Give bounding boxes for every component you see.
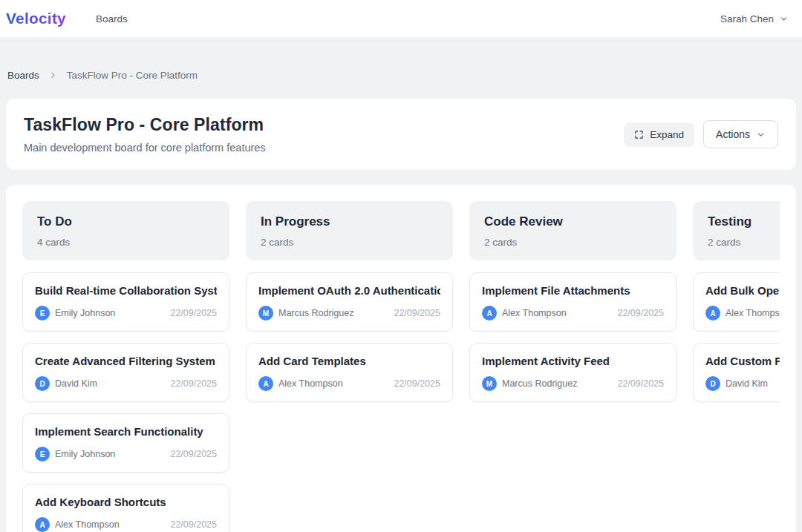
avatar: A <box>258 376 273 391</box>
nav-links: Boards <box>96 13 128 24</box>
actions-button[interactable]: Actions <box>703 120 778 148</box>
due-date: 22/09/2025 <box>170 519 217 530</box>
due-date: 22/09/2025 <box>170 308 217 318</box>
card-meta: E Emily Johnson 22/09/2025 <box>35 306 217 321</box>
task-card[interactable]: Add Bulk Operations A Alex Thompson 22/0… <box>693 272 780 332</box>
task-card[interactable]: Implement Search Functionality E Emily J… <box>22 413 229 473</box>
card-title: Implement Activity Feed <box>482 355 664 367</box>
due-date: 22/09/2025 <box>170 378 217 389</box>
top-nav: Velocity Boards Sarah Chen <box>0 0 802 37</box>
breadcrumb-current: TaskFlow Pro - Core Platform <box>67 70 198 81</box>
task-card[interactable]: Implement Activity Feed M Marcus Rodrigu… <box>469 343 677 402</box>
nav-link-boards[interactable]: Boards <box>96 13 128 24</box>
card-title: Create Advanced Filtering System <box>35 355 217 367</box>
task-card[interactable]: Add Keyboard Shortcuts A Alex Thompson 2… <box>22 484 229 532</box>
assignee: A Alex Thompson <box>35 517 120 532</box>
avatar: A <box>482 306 497 321</box>
column-title: In Progress <box>261 214 438 229</box>
column-count: 2 cards <box>261 237 438 248</box>
avatar: A <box>705 306 720 321</box>
due-date: 22/09/2025 <box>394 308 440 318</box>
assignee: E Emily Johnson <box>35 447 115 462</box>
app-logo[interactable]: Velocity <box>6 10 66 27</box>
card-title: Implement Search Functionality <box>35 425 217 438</box>
avatar: M <box>482 376 497 391</box>
column-count: 2 cards <box>484 237 662 248</box>
avatar: D <box>35 376 50 391</box>
column-header: Testing 2 cards <box>693 201 780 260</box>
assignee-name: Alex Thompson <box>278 378 343 389</box>
task-card[interactable]: Build Real-time Collaboration System E E… <box>22 272 229 332</box>
column-header: Code Review 2 cards <box>469 201 677 260</box>
assignee: E Emily Johnson <box>35 306 115 321</box>
kanban-column: Code Review 2 cards Implement File Attac… <box>469 201 677 532</box>
assignee: A Alex Thompson <box>482 306 567 321</box>
page-subtitle: Main development board for core platform… <box>24 142 266 154</box>
assignee-name: Alex Thompson <box>502 308 567 318</box>
board-header-panel: TaskFlow Pro - Core Platform Main develo… <box>6 99 796 170</box>
assignee-name: David Kim <box>55 378 97 389</box>
assignee: D David Kim <box>35 376 97 391</box>
card-title: Implement OAuth 2.0 Authentication <box>258 284 440 297</box>
actions-label: Actions <box>716 128 750 140</box>
kanban-column: Testing 2 cards Add Bulk Operations A Al… <box>693 201 780 532</box>
card-meta: A Alex Thompson 22/09/2025 <box>482 306 664 321</box>
expand-icon <box>634 130 644 139</box>
avatar: E <box>35 306 50 321</box>
card-title: Add Custom Fields <box>705 355 780 367</box>
card-meta: E Emily Johnson 22/09/2025 <box>35 447 217 462</box>
column-header: To Do 4 cards <box>22 201 229 260</box>
avatar: M <box>258 306 273 321</box>
card-title: Build Real-time Collaboration System <box>35 284 217 297</box>
due-date: 22/09/2025 <box>394 378 440 389</box>
avatar: D <box>705 376 720 391</box>
breadcrumb-boards[interactable]: Boards <box>7 70 39 81</box>
board-header-text: TaskFlow Pro - Core Platform Main develo… <box>24 115 266 154</box>
card-meta: D David Kim 22/09/2025 <box>705 376 780 391</box>
page-body: Boards TaskFlow Pro - Core Platform Task… <box>0 70 802 532</box>
task-card[interactable]: Implement File Attachments A Alex Thomps… <box>469 272 677 332</box>
card-meta: D David Kim 22/09/2025 <box>35 376 217 391</box>
avatar: A <box>35 517 50 532</box>
column-header: In Progress 2 cards <box>246 201 453 260</box>
header-actions: Expand Actions <box>624 120 778 148</box>
kanban-columns: To Do 4 cards Build Real-time Collaborat… <box>22 201 780 532</box>
avatar: E <box>35 447 50 462</box>
user-name: Sarah Chen <box>720 13 774 24</box>
assignee: A Alex Thompson <box>705 306 780 321</box>
card-title: Add Bulk Operations <box>705 284 780 297</box>
card-meta: A Alex Thompson 22/09/2025 <box>705 306 780 321</box>
task-card[interactable]: Create Advanced Filtering System D David… <box>22 343 229 402</box>
task-card[interactable]: Add Card Templates A Alex Thompson 22/09… <box>246 343 453 402</box>
chevron-right-icon <box>48 70 58 80</box>
column-title: Code Review <box>484 214 662 229</box>
assignee-name: Marcus Rodriguez <box>278 308 353 318</box>
breadcrumb: Boards TaskFlow Pro - Core Platform <box>7 70 796 81</box>
user-menu[interactable]: Sarah Chen <box>720 13 789 24</box>
columns-scroll-area[interactable]: To Do 4 cards Build Real-time Collaborat… <box>22 201 780 532</box>
page-title: TaskFlow Pro - Core Platform <box>24 115 266 135</box>
card-list: Build Real-time Collaboration System E E… <box>22 272 229 532</box>
card-meta: A Alex Thompson 22/09/2025 <box>35 517 217 532</box>
task-card[interactable]: Implement OAuth 2.0 Authentication M Mar… <box>246 272 453 332</box>
expand-button[interactable]: Expand <box>624 122 694 147</box>
assignee: D David Kim <box>705 376 768 391</box>
column-count: 2 cards <box>708 237 780 248</box>
assignee: M Marcus Rodriguez <box>482 376 577 391</box>
assignee-name: Alex Thompson <box>726 308 780 318</box>
card-meta: M Marcus Rodriguez 22/09/2025 <box>482 376 664 391</box>
chevron-down-icon <box>756 130 766 139</box>
card-title: Implement File Attachments <box>482 284 664 297</box>
assignee-name: David Kim <box>726 378 768 389</box>
expand-label: Expand <box>650 129 684 140</box>
assignee-name: Marcus Rodriguez <box>502 378 577 389</box>
column-title: To Do <box>37 214 215 229</box>
due-date: 22/09/2025 <box>170 449 217 459</box>
card-list: Implement File Attachments A Alex Thomps… <box>469 272 677 402</box>
assignee: M Marcus Rodriguez <box>258 306 353 321</box>
task-card[interactable]: Add Custom Fields D David Kim 22/09/2025 <box>693 343 780 402</box>
assignee-name: Alex Thompson <box>55 519 120 530</box>
card-meta: A Alex Thompson 22/09/2025 <box>258 376 440 391</box>
card-list: Add Bulk Operations A Alex Thompson 22/0… <box>693 272 780 402</box>
assignee-name: Emily Johnson <box>55 449 115 459</box>
